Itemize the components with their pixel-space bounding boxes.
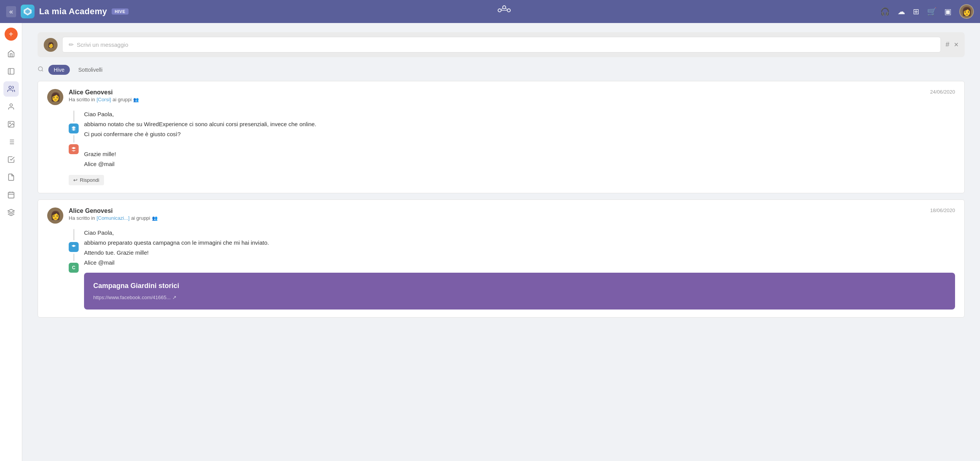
message-meta: Alice Genovesi Ha scritto in [Corsi] ai … bbox=[69, 89, 925, 102]
body-line-2c: Attendo tue. Grazie mille! bbox=[84, 248, 955, 257]
message-body-2: Ciao Paola, abbiamo preparato questa cam… bbox=[84, 228, 955, 310]
external-link-icon: ↗ bbox=[172, 294, 177, 302]
message-date: 24/06/2020 bbox=[930, 89, 955, 95]
reply-label: Rispondi bbox=[80, 177, 99, 183]
message-avatar-2: 👩 bbox=[47, 207, 63, 224]
layout-icon[interactable]: ▣ bbox=[944, 7, 952, 16]
svg-point-11 bbox=[10, 104, 12, 107]
body-line-2a: Ciao Paola, bbox=[84, 228, 955, 237]
svg-line-7 bbox=[505, 8, 507, 10]
topbar: « La mia Academy HIVE 🎧 ☁ ⊞ 🛒 ▣ 👩 bbox=[0, 0, 980, 23]
thread-indicators bbox=[69, 110, 79, 170]
body-line: Alice @mail bbox=[84, 160, 955, 169]
svg-point-4 bbox=[507, 9, 510, 12]
svg-marker-24 bbox=[8, 209, 14, 212]
context-prefix-2: Ha scritto in bbox=[69, 215, 95, 221]
message-author-2: Alice Genovesi bbox=[69, 207, 925, 214]
svg-line-26 bbox=[42, 70, 43, 71]
message-author: Alice Genovesi bbox=[69, 89, 925, 96]
sidebar-item-list[interactable] bbox=[3, 134, 19, 150]
reply-icon: ↩ bbox=[73, 177, 78, 183]
message-avatar: 👩 bbox=[47, 89, 63, 105]
sidebar-toggle-button[interactable]: « bbox=[6, 6, 16, 17]
compose-placeholder: Scrivi un messaggio bbox=[77, 41, 128, 48]
message-card-2: 👩 Alice Genovesi Ha scritto in [Comunica… bbox=[38, 199, 965, 318]
hive-badge: HIVE bbox=[112, 8, 129, 15]
thread-bar-1 bbox=[73, 110, 74, 122]
user-avatar[interactable]: 👩 bbox=[959, 4, 974, 19]
sidebar-item-layers[interactable] bbox=[3, 205, 19, 220]
sidebar-item-check[interactable] bbox=[3, 152, 19, 167]
compose-bar: 👩 ✏ Scrivi un messaggio # × bbox=[38, 32, 965, 57]
message-header: 👩 Alice Genovesi Ha scritto in [Corsi] a… bbox=[47, 89, 955, 105]
thread-avatar-2 bbox=[69, 144, 79, 154]
context-suffix-2: ai gruppi bbox=[131, 215, 150, 221]
network-icon[interactable] bbox=[497, 5, 512, 18]
context-link-2[interactable]: [Comunicazi...] bbox=[97, 215, 130, 221]
sidebar-item-home[interactable] bbox=[3, 46, 19, 61]
compose-actions: # × bbox=[945, 40, 959, 49]
context-suffix: ai gruppi bbox=[112, 97, 132, 102]
body-line-2b: abbiamo preparato questa campagna con le… bbox=[84, 238, 955, 247]
svg-line-6 bbox=[501, 8, 503, 10]
thread-avatar-3 bbox=[69, 242, 79, 252]
search-icon[interactable] bbox=[38, 66, 44, 74]
reply-button[interactable]: ↩ Rispondi bbox=[69, 175, 104, 185]
context-prefix: Ha scritto in bbox=[69, 97, 95, 102]
message-date-2: 18/06/2020 bbox=[930, 207, 955, 213]
cloud-icon[interactable]: ☁ bbox=[898, 7, 905, 16]
filter-tabs: Hive Sottolivelli bbox=[38, 65, 965, 75]
message-body: Ciao Paola, abbiamo notato che su WiredE… bbox=[84, 110, 955, 170]
sidebar-item-users[interactable] bbox=[3, 81, 19, 97]
sidebar-item-person[interactable] bbox=[3, 99, 19, 114]
gallery-icon[interactable]: ⊞ bbox=[913, 7, 919, 16]
body-line: Ci puoi confermare che è giusto così? bbox=[84, 130, 955, 139]
body-line bbox=[84, 140, 955, 149]
thread-avatar-1 bbox=[69, 123, 79, 133]
svg-point-10 bbox=[9, 86, 12, 89]
campaign-url-text: https://www.facebook.com/41665... bbox=[93, 294, 171, 302]
svg-rect-20 bbox=[8, 192, 14, 198]
sidebar-item-bracket[interactable] bbox=[3, 64, 19, 79]
svg-point-25 bbox=[38, 67, 43, 71]
app-logo bbox=[21, 5, 35, 18]
hash-icon[interactable]: # bbox=[945, 41, 949, 49]
campaign-card[interactable]: Campagna Giardini storici https://www.fa… bbox=[84, 273, 955, 310]
thread-bar-2 bbox=[73, 135, 74, 143]
message-card: 👩 Alice Genovesi Ha scritto in [Corsi] a… bbox=[38, 81, 965, 193]
tab-sottolivelli[interactable]: Sottolivelli bbox=[73, 65, 108, 75]
compose-avatar: 👩 bbox=[44, 38, 58, 52]
body-line: abbiamo notato che su WiredExperience ci… bbox=[84, 120, 955, 129]
thread-bar-4 bbox=[73, 254, 74, 261]
headphone-icon[interactable]: 🎧 bbox=[880, 7, 890, 16]
compose-input[interactable]: ✏ Scrivi un messaggio bbox=[62, 37, 941, 53]
add-button[interactable]: + bbox=[5, 28, 18, 41]
close-compose-icon[interactable]: × bbox=[954, 40, 959, 49]
svg-point-2 bbox=[498, 9, 501, 12]
body-line-2d: Alice @mail bbox=[84, 258, 955, 267]
thread-bar-3 bbox=[73, 229, 74, 240]
message-meta-2: Alice Genovesi Ha scritto in [Comunicazi… bbox=[69, 207, 925, 221]
message-header-2: 👩 Alice Genovesi Ha scritto in [Comunica… bbox=[47, 207, 955, 224]
campaign-url: https://www.facebook.com/41665... ↗ bbox=[93, 294, 946, 302]
sidebar-item-image[interactable] bbox=[3, 117, 19, 132]
message-context: Ha scritto in [Corsi] ai gruppi 👥 bbox=[69, 97, 925, 102]
content-area: 👩 ✏ Scrivi un messaggio # × Hive Sottoli… bbox=[22, 23, 980, 461]
body-line: Grazie mille! bbox=[84, 150, 955, 159]
sidebar-item-document[interactable] bbox=[3, 170, 19, 185]
groups-icon: 👥 bbox=[133, 97, 139, 102]
sidebar-item-calendar[interactable] bbox=[3, 187, 19, 203]
main-layout: + bbox=[0, 23, 980, 461]
groups-icon-2: 👥 bbox=[152, 216, 158, 221]
campaign-title: Campagna Giardini storici bbox=[93, 280, 946, 291]
topbar-actions: 🎧 ☁ ⊞ 🛒 ▣ 👩 bbox=[880, 4, 974, 19]
tab-hive[interactable]: Hive bbox=[48, 65, 70, 75]
body-line: Ciao Paola, bbox=[84, 110, 955, 119]
svg-point-13 bbox=[9, 123, 10, 124]
context-link[interactable]: [Corsi] bbox=[97, 97, 111, 102]
thread-avatar-4: C bbox=[69, 263, 79, 273]
cart-icon[interactable]: 🛒 bbox=[927, 7, 937, 16]
thread-indicators-2: C bbox=[69, 228, 79, 310]
sidebar: + bbox=[0, 23, 22, 461]
message-context-2: Ha scritto in [Comunicazi...] ai gruppi … bbox=[69, 215, 925, 221]
